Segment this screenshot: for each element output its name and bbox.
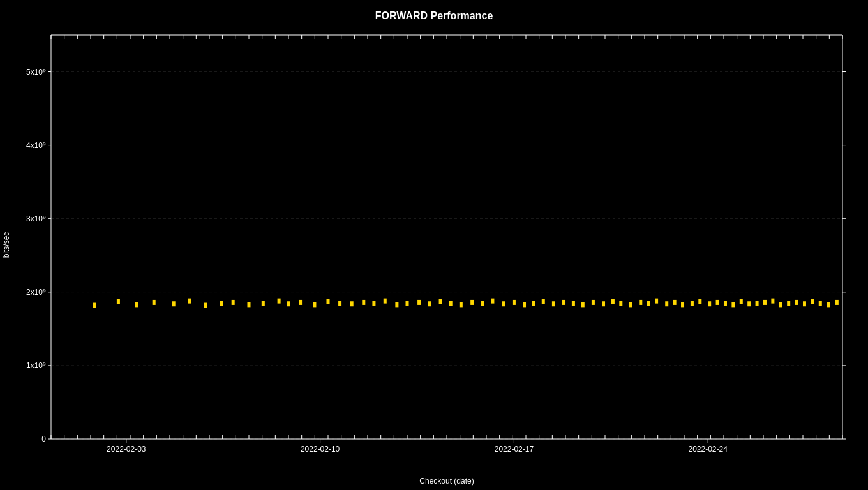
chart-container [0,0,868,490]
performance-chart [0,0,868,490]
